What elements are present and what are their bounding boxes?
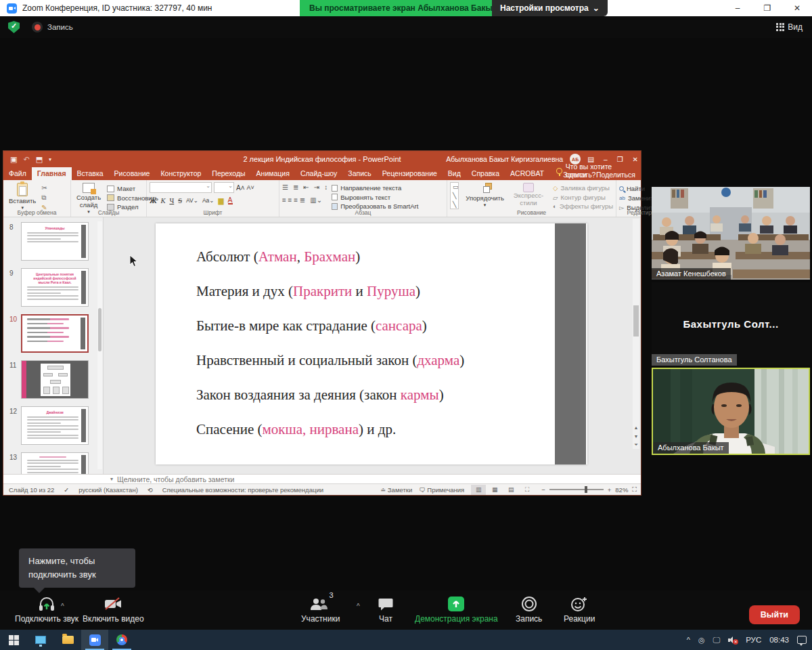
ppt-tab-Файл[interactable]: Файл: [3, 167, 32, 180]
normal-view-button[interactable]: ▥: [471, 485, 486, 495]
maximize-button[interactable]: ❐: [752, 0, 782, 16]
underline-button[interactable]: Ч: [169, 197, 174, 204]
view-settings-button[interactable]: Настройки просмотра ⌄: [492, 0, 608, 16]
shape-outline-button[interactable]: ▱Контур фигуры: [553, 194, 613, 201]
ppt-tab-Переходы[interactable]: Переходы: [206, 167, 250, 180]
share-screen-button[interactable]: Демонстрация экрана: [415, 596, 498, 624]
thumbnail-slide-9[interactable]: 9Центральные понятия индийской философск…: [3, 268, 103, 307]
save-icon[interactable]: ▣: [10, 155, 17, 164]
video-tile-classroom[interactable]: Азамат Кенешбеков: [652, 187, 810, 280]
ppt-tab-Вставка[interactable]: Вставка: [72, 167, 109, 180]
zoom-in-button[interactable]: +: [608, 486, 612, 494]
audio-options-chevron[interactable]: ^: [61, 603, 64, 610]
indent-increase-icon[interactable]: ⇥: [314, 183, 319, 191]
grow-font-icon[interactable]: А˄: [236, 184, 245, 192]
bold-button[interactable]: Ж: [150, 197, 156, 204]
notes-bar[interactable]: ▾ Щелкните, чтобы добавить заметки: [3, 474, 641, 483]
volume-muted-icon[interactable]: ✕: [728, 636, 738, 644]
share-button[interactable]: Поделиться: [596, 171, 635, 179]
clock[interactable]: 08:43: [769, 636, 789, 644]
participants-chevron[interactable]: ^: [357, 603, 360, 610]
columns-icon[interactable]: ▥⌄: [310, 196, 322, 204]
thumbnail-slide-13[interactable]: 13: [3, 452, 103, 474]
arrange-button[interactable]: Упорядочить ▾: [463, 182, 507, 210]
network-icon[interactable]: 🖵: [713, 636, 721, 645]
char-spacing-icon[interactable]: AV⌄: [186, 197, 198, 204]
indent-decrease-icon[interactable]: ⇤: [303, 183, 309, 191]
comments-button[interactable]: 🗨 Примечания: [419, 486, 464, 494]
bullets-icon[interactable]: ☰: [282, 183, 288, 191]
ppt-tab-Конструктор[interactable]: Конструктор: [155, 167, 206, 180]
line-spacing-icon[interactable]: ↕: [324, 183, 328, 191]
align-buttons[interactable]: ≡ ≡ ≡ ≣: [282, 196, 305, 204]
ppt-tab-Анимация[interactable]: Анимация: [251, 167, 295, 180]
chat-button[interactable]: Чат: [378, 596, 394, 624]
zoom-slider[interactable]: [549, 489, 604, 490]
ppt-tab-Слайд-шоу[interactable]: Слайд-шоу: [295, 167, 342, 180]
zoom-level[interactable]: 82%: [615, 486, 628, 494]
slideshow-icon[interactable]: ⬒: [36, 155, 43, 164]
join-audio-button[interactable]: Подключить звук: [15, 596, 78, 624]
ppt-tab-Справка[interactable]: Справка: [466, 167, 505, 180]
record-button[interactable]: Запись: [516, 596, 542, 624]
thumbnail-slide-11[interactable]: 11: [3, 360, 103, 399]
thumbnail-scrollbar[interactable]: [97, 221, 102, 469]
numbering-icon[interactable]: ≣: [293, 183, 298, 191]
zoom-taskbar-icon[interactable]: [81, 630, 108, 650]
strikethrough-button[interactable]: S: [178, 197, 182, 204]
language-status[interactable]: русский (Казахстан): [78, 486, 138, 494]
ppt-restore-button[interactable]: ❐: [617, 156, 623, 163]
shrink-font-icon[interactable]: А˅: [247, 184, 254, 191]
start-video-button[interactable]: Включить видео: [83, 596, 144, 624]
zoom-out-button[interactable]: −: [541, 486, 545, 494]
ppt-tab-Рецензирование[interactable]: Рецензирование: [377, 167, 443, 180]
accessibility-status[interactable]: Специальные возможности: проверьте реком…: [162, 486, 323, 494]
scroll-down-button[interactable]: ⏷: [633, 441, 639, 449]
ppt-tab-Главная[interactable]: Главная: [32, 167, 72, 180]
qat-customize-icon[interactable]: ▾: [49, 156, 51, 162]
previous-slide-button[interactable]: ▲: [633, 423, 639, 431]
reading-view-button[interactable]: ▤: [503, 485, 518, 495]
tray-app-icon[interactable]: ◎: [698, 636, 705, 645]
file-explorer-icon[interactable]: [54, 630, 81, 650]
participants-button[interactable]: 3 Участники: [301, 596, 340, 624]
recordings-button[interactable]: Записи: [563, 171, 587, 179]
view-button[interactable]: Вид: [776, 20, 803, 35]
italic-button[interactable]: К: [160, 197, 165, 204]
font-color-icon[interactable]: А: [228, 196, 233, 204]
slide-sorter-button[interactable]: ▦: [487, 485, 502, 495]
undo-icon[interactable]: ↶: [23, 155, 29, 164]
shape-fill-button[interactable]: ◇Заливка фигуры: [553, 184, 613, 192]
chrome-taskbar-icon[interactable]: [108, 630, 135, 650]
font-name-combobox[interactable]: [150, 182, 212, 193]
font-size-combobox[interactable]: [214, 182, 234, 193]
this-pc-icon[interactable]: [27, 630, 54, 650]
slideshow-button[interactable]: ⛶: [520, 485, 535, 495]
quick-styles-button[interactable]: Экспресс-стили: [511, 182, 546, 210]
text-direction-button[interactable]: Направление текста: [332, 184, 418, 192]
notes-button[interactable]: ≐ Заметки: [380, 486, 412, 494]
ppt-tab-Вид[interactable]: Вид: [443, 167, 466, 180]
minimize-button[interactable]: –: [723, 0, 752, 16]
ppt-tab-ACROBAT[interactable]: ACROBAT: [505, 167, 549, 180]
video-tile-active-speaker[interactable]: Абылханова Бакыт: [652, 368, 810, 455]
align-text-button[interactable]: Выровнять текст: [332, 194, 418, 201]
change-case-icon[interactable]: Aa⌄: [202, 197, 215, 204]
ppt-minimize-button[interactable]: –: [604, 156, 608, 163]
paste-button[interactable]: Вставить ▾: [6, 182, 39, 211]
ppt-tab-Запись[interactable]: Запись: [342, 167, 376, 180]
cut-icon[interactable]: ✂: [41, 184, 47, 192]
canvas-scrollbar[interactable]: ▲ ▼ ⏷: [633, 219, 639, 449]
shapes-gallery[interactable]: ▭ ╲ ╲ □ ○ ▭ △ ⌐ ⊐ ⇨ ⇩ ◠ ⌁ ◜ ∿ { } ☆: [450, 182, 459, 209]
security-shield-icon[interactable]: [8, 21, 20, 33]
spellcheck-icon[interactable]: ✓: [64, 486, 69, 494]
leave-button[interactable]: Выйти: [749, 605, 800, 624]
reactions-button[interactable]: Реакции: [564, 596, 595, 624]
highlight-icon[interactable]: ▆: [218, 196, 223, 204]
thumbnail-slide-10[interactable]: 10: [3, 314, 103, 353]
thumbnail-slide-8[interactable]: 8Упанишады: [3, 222, 103, 261]
current-slide[interactable]: Абсолют (Атман, Брахман)Материя и дух (П…: [156, 223, 587, 464]
language-indicator[interactable]: РУС: [746, 636, 761, 644]
thumbnail-slide-12[interactable]: 12Джайнизм: [3, 406, 103, 445]
collapse-ribbon-icon[interactable]: ^: [635, 209, 638, 215]
